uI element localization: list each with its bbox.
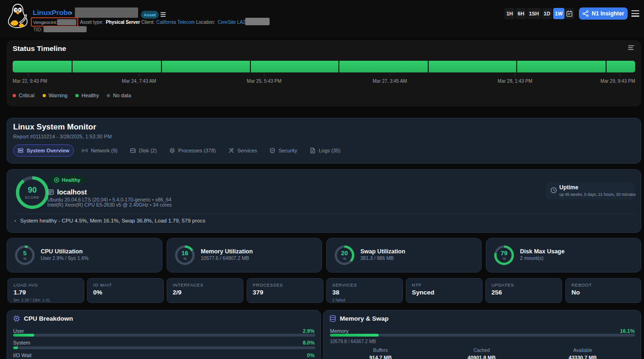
memory-gauge-subtitle: 10577.6 / 64807.2 MB bbox=[201, 255, 249, 261]
timeline-options-icon[interactable] bbox=[628, 45, 634, 50]
n1-insighter-button[interactable]: N1 Insighter bbox=[579, 7, 628, 20]
cached-col: Cached 40901.8 MB bbox=[431, 348, 532, 359]
health-summary-row: System healthy - CPU 4.5%, Mem 16.1%, Sw… bbox=[15, 218, 205, 223]
redacted-tid bbox=[44, 26, 87, 32]
host-row: localhost bbox=[47, 188, 87, 196]
timeline-date-label: Mar 28, 1:43 PM bbox=[498, 79, 532, 84]
uptime-value: up 45 weeks, 5 days, 21 hours, 30 minute… bbox=[559, 192, 632, 197]
brand-caret-icon[interactable]: ▾ bbox=[70, 11, 73, 15]
memory-gauge-value: 16 bbox=[182, 250, 188, 256]
redacted-hostname bbox=[57, 19, 76, 25]
timeline-segment[interactable] bbox=[517, 61, 606, 72]
menu-hamburger-icon[interactable] bbox=[631, 10, 639, 17]
asset-pill[interactable]: Asset bbox=[141, 11, 159, 19]
server-icon bbox=[18, 148, 23, 153]
stat-updates: UPDATES 256 bbox=[485, 278, 562, 303]
timeline-date-label: Mar 24, 7:43 AM bbox=[122, 79, 156, 84]
tab-network[interactable]: Network (9) bbox=[77, 144, 122, 157]
warning-dot-icon bbox=[43, 94, 46, 97]
system-bar bbox=[13, 346, 315, 349]
tab-disk[interactable]: Disk (2) bbox=[125, 144, 161, 157]
timeline-ticks bbox=[13, 73, 635, 77]
linuxprobe-logo bbox=[6, 3, 29, 31]
cpu-gauge-title: CPU Utilization bbox=[41, 248, 83, 255]
system-monitor-card: Linux System Monitor Report #01110214 - … bbox=[7, 118, 641, 164]
legend-warning: Warning bbox=[43, 93, 68, 98]
monitor-title: Linux System Monitor bbox=[13, 122, 96, 132]
timeline-segment[interactable] bbox=[607, 61, 635, 72]
health-score-gauge: 90 SCORE bbox=[15, 176, 49, 209]
swap-gauge-subtitle: 381.3 / 986 MB bbox=[360, 255, 394, 261]
memory-swap-card: Memory & Swap Memory 16.1% 10579.8 / 643… bbox=[323, 310, 641, 359]
memory-gauge-unit: % bbox=[183, 257, 187, 261]
database-icon bbox=[329, 315, 336, 322]
client-value[interactable]: California Telecom bbox=[156, 20, 195, 25]
divider bbox=[13, 214, 636, 214]
health-score-caption: SCORE bbox=[25, 195, 40, 200]
timeline-title: Status Timeline bbox=[13, 44, 66, 53]
list-lines-icon bbox=[161, 12, 166, 17]
timeline-date-label: Mar 22, 9:43 PM bbox=[13, 79, 47, 84]
cpu-chip-icon bbox=[13, 315, 20, 322]
tab-processes[interactable]: Processes (378) bbox=[165, 144, 220, 157]
timeline-segment[interactable] bbox=[73, 61, 161, 72]
asset-type-label: Asset type: bbox=[80, 20, 103, 25]
health-card: 90 SCORE Healthy localhost Ubuntu 20.04.… bbox=[7, 169, 641, 233]
swap-gauge: 20% bbox=[334, 245, 355, 266]
tab-services[interactable]: Services bbox=[224, 144, 262, 157]
stat-io-wait: IO WAIT 0% bbox=[87, 278, 164, 303]
cpu-gauge-subtitle: User 2.9% / Sys 1.6% bbox=[41, 255, 88, 261]
stat-processes: PROCESSES 379 bbox=[247, 278, 323, 303]
timeline-bar[interactable] bbox=[13, 61, 635, 72]
time-range-group: 1H 6H 1SH 1D 1W bbox=[505, 8, 564, 19]
share-nodes-icon bbox=[582, 10, 589, 17]
time-range-6h[interactable]: 6H bbox=[516, 8, 526, 19]
calendar-button[interactable] bbox=[564, 8, 574, 19]
clock-icon bbox=[550, 187, 557, 194]
timeline-axis-labels: Mar 22, 9:43 PM Mar 24, 7:43 AM Mar 25, … bbox=[13, 79, 635, 84]
health-score-value: 90 bbox=[28, 186, 37, 194]
critical-dot-icon bbox=[13, 94, 16, 97]
timeline-segment[interactable] bbox=[13, 61, 72, 72]
cpu-chip-icon bbox=[169, 148, 175, 153]
brand-title[interactable]: LinuxProbe bbox=[33, 8, 72, 17]
tab-security[interactable]: Security bbox=[265, 144, 302, 157]
timeline-legend: Critical Warning Healthy No data bbox=[13, 93, 131, 98]
tab-system-overview[interactable]: System Overview bbox=[13, 144, 74, 157]
time-range-1w[interactable]: 1W bbox=[553, 8, 565, 19]
tools-icon bbox=[228, 148, 234, 153]
timeline-segment[interactable] bbox=[339, 61, 428, 72]
cpu-line: Intel(R) Xeon(R) CPU E5-2630 v5 @ 2.40GH… bbox=[47, 202, 172, 208]
stat-load-avg: LOAD AVG 1.79 5m: 2.30 / 15m: 1.41 bbox=[7, 278, 84, 303]
buffers-col: Buffers 914.7 MB bbox=[330, 348, 431, 359]
disk-icon bbox=[130, 148, 136, 153]
cpu-gauge: 5% bbox=[15, 245, 35, 266]
swap-gauge-card: 20% Swap Utilization 381.3 / 986 MB bbox=[326, 238, 482, 273]
monitor-report-line: Report #01110214 - 3/28/2025, 1:53:30 PM bbox=[13, 134, 112, 139]
asset-type-value: Physical Server bbox=[106, 20, 140, 25]
tab-logs[interactable]: Logs (35) bbox=[305, 144, 345, 157]
stat-interfaces: INTERFACES 2/9 bbox=[167, 278, 243, 303]
hostname-label: Vengeocint: bbox=[33, 20, 57, 25]
n1-insighter-label: N1 Insighter bbox=[592, 10, 624, 17]
timeline-segment[interactable] bbox=[162, 61, 250, 72]
status-timeline-card: Status Timeline Mar 22, 9:43 PM Mar 24, … bbox=[7, 40, 641, 107]
location-label: Location: bbox=[196, 20, 215, 25]
time-range-1d[interactable]: 1D bbox=[542, 8, 552, 19]
health-summary-text: System healthy - CPU 4.5%, Mem 16.1%, Sw… bbox=[20, 218, 205, 223]
user-bar bbox=[13, 334, 315, 337]
memory-gauge: 16% bbox=[175, 245, 195, 266]
time-range-1h[interactable]: 1H bbox=[505, 8, 515, 19]
timeline-segment[interactable] bbox=[429, 61, 516, 72]
stat-services: SERVICES 38 2 failed bbox=[326, 278, 403, 303]
location-value[interactable]: CereSite LA2 bbox=[218, 20, 245, 25]
memory-swap-title: Memory & Swap bbox=[340, 315, 388, 322]
time-range-1sh[interactable]: 1SH bbox=[527, 8, 541, 19]
legend-healthy: Healthy bbox=[75, 93, 99, 98]
tid-label: TID: bbox=[33, 27, 42, 32]
timeline-segment[interactable] bbox=[251, 61, 338, 72]
redacted-location bbox=[245, 18, 270, 25]
legend-critical: Critical bbox=[13, 93, 35, 98]
status-badge: Healthy bbox=[49, 175, 85, 184]
memory-gauge-card: 16% Memory Utilization 10577.6 / 64807.2… bbox=[167, 238, 322, 273]
